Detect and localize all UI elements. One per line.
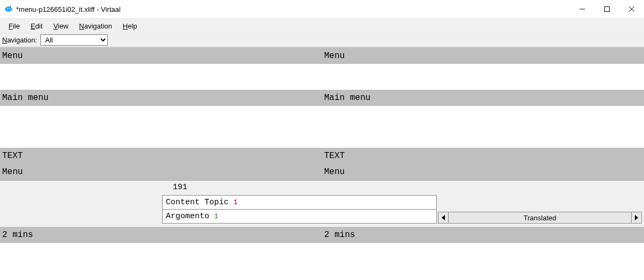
active-unit-row: 191 Content Topic 1 Argomento 1 Translat… (0, 180, 644, 227)
status-prev-button[interactable] (438, 212, 449, 224)
menu-view[interactable]: View (49, 21, 72, 31)
table-row[interactable]: Menu Menu (0, 48, 644, 64)
target-text-box[interactable]: Argomento 1 (162, 210, 437, 224)
svg-point-1 (7, 8, 8, 9)
app-icon (4, 4, 13, 15)
source-cell: Menu (0, 48, 322, 64)
navigation-select[interactable]: All (40, 34, 108, 46)
translation-list: Menu Menu Main menu Main menu TEXT TEXT … (0, 48, 644, 243)
target-cell: Menu (322, 48, 644, 64)
svg-marker-8 (635, 215, 638, 220)
table-row[interactable]: 2 mins 2 mins (0, 227, 644, 243)
table-row[interactable]: Menu Menu (0, 164, 644, 180)
source-cell: 2 mins (0, 227, 322, 243)
title-bar-left: *menu-p126651i02_it.xliff - Virtaal (4, 4, 121, 15)
source-cell (0, 106, 322, 122)
menu-file[interactable]: File (4, 21, 24, 31)
window-title-bar: *menu-p126651i02_it.xliff - Virtaal (0, 0, 644, 18)
menu-help[interactable]: Help (119, 21, 142, 31)
placeable-token: 1 (233, 198, 238, 206)
menu-navigation[interactable]: Navigation (75, 21, 116, 31)
menu-edit[interactable]: Edit (26, 21, 47, 31)
table-row[interactable]: Main menu Main menu (0, 90, 644, 106)
source-cell: TEXT (0, 148, 322, 164)
status-next-button[interactable] (631, 212, 642, 224)
unit-id: 191 (162, 183, 437, 195)
source-cell (0, 64, 322, 90)
window-controls (570, 0, 644, 18)
source-text-box[interactable]: Content Topic 1 (162, 195, 437, 210)
table-row[interactable] (0, 106, 644, 122)
navigation-label: Navigation: (2, 36, 38, 44)
target-cell: 2 mins (322, 227, 644, 243)
target-cell: Main menu (322, 90, 644, 106)
table-row[interactable] (0, 122, 644, 148)
active-unit-editor: 191 Content Topic 1 Argomento 1 (162, 183, 437, 224)
svg-rect-4 (605, 7, 610, 12)
source-cell: Menu (0, 164, 322, 180)
status-label: Translated (524, 214, 557, 222)
target-cell: Menu (322, 164, 644, 180)
navigation-toolbar: Navigation: All (0, 33, 644, 48)
target-cell (322, 106, 644, 122)
table-row[interactable]: TEXT TEXT (0, 148, 644, 164)
target-cell (322, 122, 644, 148)
close-button[interactable] (619, 0, 644, 18)
target-cell (322, 64, 644, 90)
source-cell: Main menu (0, 90, 322, 106)
target-cell: TEXT (322, 148, 644, 164)
table-row[interactable] (0, 64, 644, 90)
menu-bar: File Edit View Navigation Help (0, 18, 644, 33)
status-select[interactable]: Translated (449, 212, 631, 224)
source-cell (0, 122, 322, 148)
svg-point-0 (5, 6, 12, 11)
unit-status-bar: Translated (438, 212, 642, 224)
svg-point-2 (9, 8, 10, 9)
placeable-token: 1 (214, 212, 218, 220)
minimize-button[interactable] (570, 0, 595, 18)
svg-marker-7 (442, 215, 445, 220)
maximize-button[interactable] (595, 0, 619, 18)
window-title: *menu-p126651i02_it.xliff - Virtaal (16, 5, 121, 13)
